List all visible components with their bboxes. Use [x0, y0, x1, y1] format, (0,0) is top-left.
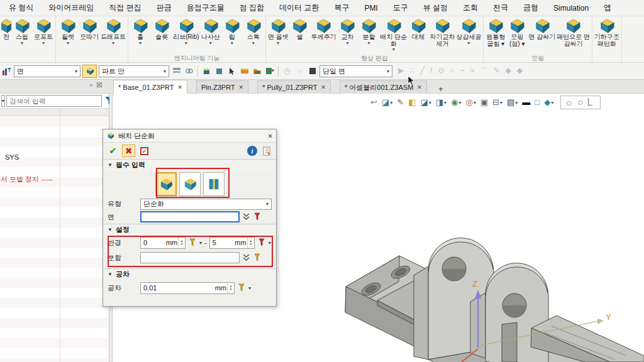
chevron-down-icon[interactable]: ▾: [346, 41, 348, 45]
tab-close-icon[interactable]: ✕: [177, 84, 182, 90]
tab-close-icon[interactable]: ✕: [239, 84, 244, 90]
chevron-down-icon[interactable]: ▾: [474, 100, 476, 106]
part-solid-icon[interactable]: ◧: [408, 98, 416, 107]
light-icon[interactable]: ☼: [564, 97, 574, 108]
panel-close-icon[interactable]: ☒: [96, 82, 103, 89]
display-shade-icon[interactable]: ◪▾: [420, 98, 431, 107]
context-combo[interactable]: 파트 만 ▾: [99, 65, 169, 77]
menu-item[interactable]: 와이어프레임: [41, 3, 101, 13]
menu-item[interactable]: 앱: [596, 3, 619, 13]
info-button[interactable]: i: [247, 146, 257, 156]
chevron-down-icon[interactable]: ▾: [277, 41, 279, 45]
spinner[interactable]: ▲▼: [247, 238, 254, 248]
filter-combo[interactable]: 면 ▾: [14, 65, 80, 77]
black-swatch-icon[interactable]: ▬: [522, 98, 530, 107]
folder-icon[interactable]: [252, 66, 262, 77]
view-orient-icon[interactable]: ◎▾: [465, 98, 475, 107]
ribbon-button[interactable]: 배치 단순 화▾: [379, 17, 408, 52]
spinner[interactable]: ▲▼: [178, 238, 185, 248]
stack-icon[interactable]: [171, 66, 182, 77]
menu-item[interactable]: Simulation: [546, 4, 596, 13]
menu-item[interactable]: 용접구조물: [179, 3, 232, 13]
menu-item[interactable]: PMI: [357, 4, 385, 13]
chevron-down-icon[interactable]: ▾: [467, 41, 470, 45]
model-3d[interactable]: Z Y: [314, 201, 644, 362]
ribbon-button[interactable]: 분할▾: [358, 17, 379, 46]
chevron-down-icon[interactable]: ▾: [42, 41, 45, 45]
ribbon-button[interactable]: 립▾: [221, 17, 243, 46]
color-swatch-icon[interactable]: [307, 66, 318, 77]
chevron-down-icon[interactable]: ▾: [269, 240, 271, 246]
ribbon-button[interactable]: 쉘: [289, 17, 310, 41]
menu-item[interactable]: 뷰 설정: [416, 3, 455, 13]
label-l-icon[interactable]: L: [587, 97, 593, 108]
tab-close-icon[interactable]: ✕: [321, 84, 326, 90]
chevron-down-icon[interactable]: ▾: [252, 41, 255, 45]
menu-item[interactable]: 도구: [386, 3, 416, 13]
new-tab-button[interactable]: +: [436, 84, 446, 94]
chevron-down-icon[interactable]: ▾: [390, 100, 392, 106]
ribbon-button[interactable]: 필렛▾: [57, 17, 79, 46]
section-settings[interactable]: ▼ 설정: [103, 224, 276, 235]
type-remove-face-button[interactable]: [203, 172, 225, 196]
history-item-sys[interactable]: SYS: [5, 153, 19, 161]
radius-max-field[interactable]: 5 mm ▲▼: [209, 237, 255, 249]
ribbon-button[interactable]: 면 감싸기: [528, 17, 556, 41]
ribbon-button[interactable]: 패턴으로 면 감싸기: [556, 17, 591, 48]
section-view-icon[interactable]: ⊟▾: [492, 98, 502, 107]
ribbon-button[interactable]: 슬롯: [151, 17, 172, 41]
pointer-icon[interactable]: [226, 66, 237, 77]
ribbon-button[interactable]: 전: [1, 17, 11, 41]
ribbon-button[interactable]: 면 옵셋▾: [267, 17, 289, 46]
ribbon-button[interactable]: 스톡▾: [243, 17, 264, 46]
radius-max-picker-icon[interactable]: [257, 238, 266, 247]
pick-from-list-button[interactable]: [82, 65, 97, 78]
dialog-title-bar[interactable]: 배치 단순화 ✕: [103, 129, 276, 143]
document-tab[interactable]: Pin.Z3PRT✕: [196, 80, 248, 94]
include-picker-icon[interactable]: [253, 253, 262, 262]
ribbon-button[interactable]: 두께주기: [310, 17, 336, 41]
cancel-button[interactable]: ✖: [122, 145, 135, 157]
face-picker-icon[interactable]: [253, 212, 262, 221]
zoom-circle-icon[interactable]: ○: [577, 97, 584, 108]
menu-item[interactable]: 직접 편집: [101, 3, 148, 13]
part-b-icon[interactable]: [214, 66, 225, 77]
background-icon[interactable]: ▤▾: [507, 98, 518, 107]
tab-close-icon[interactable]: ✕: [417, 84, 422, 90]
render-mode-icon[interactable]: ◉▾: [451, 98, 461, 107]
radius-min-field[interactable]: 0 mm ▲▼: [140, 237, 186, 249]
curve-record-icon[interactable]: ∩: [294, 66, 305, 77]
menu-item[interactable]: 유 형식: [1, 3, 41, 13]
sketch-pencil-icon[interactable]: ✎: [397, 98, 404, 107]
menu-item[interactable]: 데이터 교환: [272, 3, 326, 13]
chevron-down-icon[interactable]: ▾: [209, 41, 212, 45]
display-mode-icon[interactable]: ◨▾: [436, 98, 447, 107]
ribbon-button[interactable]: 모따기: [79, 17, 100, 41]
chevron-down-icon[interactable]: ▾: [429, 100, 431, 106]
ribbon-button[interactable]: 홀▾: [130, 17, 151, 46]
document-tab[interactable]: * Base_01.Z3PRT✕: [113, 80, 187, 94]
chevron-down-icon[interactable]: ▾: [515, 100, 518, 106]
menu-item[interactable]: 전극: [486, 3, 516, 13]
ribbon-button[interactable]: 대체: [408, 17, 429, 41]
apply-button[interactable]: ✔: [138, 145, 151, 157]
tolerance-field[interactable]: 0.01 mm ▲▼: [140, 282, 235, 294]
chevron-down-icon[interactable]: ▾: [551, 100, 553, 106]
menu-item[interactable]: 조회: [455, 3, 486, 13]
chevron-down-icon[interactable]: ▾: [185, 41, 187, 45]
chevron-down-icon[interactable]: ▾: [231, 41, 233, 45]
double-chevron-icon[interactable]: [242, 212, 250, 221]
history-model-stop-marker[interactable]: 서 모델 정지 -----: [1, 175, 52, 184]
sheet-icon[interactable]: [239, 66, 250, 77]
ok-button[interactable]: ✔: [106, 145, 119, 157]
search-scope-combo[interactable]: ▾: [1, 95, 5, 107]
type-select[interactable]: 단순화 ▾: [140, 199, 272, 210]
menu-item[interactable]: 금형: [516, 3, 546, 13]
menu-item[interactable]: 판금: [149, 3, 179, 13]
section-required-input[interactable]: ▼ 필수 입력: [103, 159, 276, 170]
chevron-down-icon[interactable]: ▾: [444, 100, 447, 106]
document-tab[interactable]: * Pully_01.Z3PRT✕: [257, 80, 331, 94]
window-icon[interactable]: ▣: [480, 98, 488, 107]
chevron-down-icon[interactable]: ▾: [21, 41, 23, 45]
ribbon-button[interactable]: 드래프트▾: [100, 17, 126, 46]
